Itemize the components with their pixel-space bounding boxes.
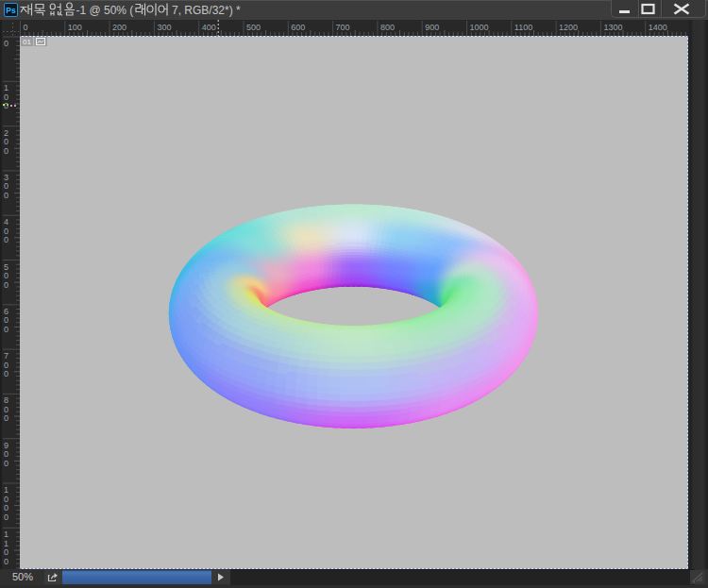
svg-text:400: 400: [202, 23, 216, 32]
svg-text:0: 0: [4, 146, 8, 156]
svg-text:2: 2: [4, 128, 8, 138]
svg-text:7, RGB/32*) *: 7, RGB/32*) *: [172, 4, 241, 17]
svg-text:0: 0: [4, 271, 8, 280]
svg-text:0: 0: [4, 413, 8, 423]
svg-text:600: 600: [291, 23, 305, 32]
svg-text:5: 5: [4, 262, 8, 272]
svg-text:0: 0: [4, 459, 8, 468]
svg-text:900: 900: [425, 23, 439, 32]
svg-text:0: 0: [4, 449, 8, 459]
svg-text:0: 0: [4, 503, 8, 512]
svg-text:0: 0: [4, 92, 8, 102]
svg-text:6: 6: [4, 307, 8, 316]
svg-text:0: 0: [4, 181, 8, 191]
svg-text:0: 0: [4, 137, 8, 146]
svg-text:8: 8: [4, 395, 8, 405]
svg-text:1200: 1200: [559, 23, 578, 32]
svg-text:0: 0: [4, 191, 8, 200]
svg-text:0: 0: [4, 227, 8, 236]
svg-text:1: 1: [4, 539, 8, 548]
svg-text:0: 0: [4, 547, 8, 557]
svg-text:3: 3: [4, 173, 8, 182]
svg-text:0: 0: [4, 495, 8, 504]
svg-text:-1 @ 50% (: -1 @ 50% (: [76, 4, 134, 17]
svg-text:0: 0: [4, 235, 8, 244]
svg-text:1100: 1100: [514, 23, 532, 32]
svg-text:0: 0: [4, 512, 8, 522]
svg-text:0: 0: [4, 315, 8, 325]
svg-text:7: 7: [4, 351, 8, 361]
svg-text:0: 0: [4, 557, 8, 566]
svg-text:700: 700: [336, 23, 350, 32]
svg-text:0: 0: [4, 369, 8, 378]
svg-text:4: 4: [4, 217, 8, 227]
svg-text:0: 0: [4, 101, 8, 110]
svg-text:500: 500: [246, 23, 261, 32]
svg-text:9: 9: [4, 441, 8, 450]
svg-text:1300: 1300: [603, 23, 622, 32]
svg-text:01: 01: [23, 38, 31, 46]
svg-text:200: 200: [112, 23, 126, 32]
svg-text:0: 0: [4, 405, 8, 414]
svg-text:0: 0: [4, 39, 8, 48]
svg-text:0: 0: [4, 325, 8, 334]
svg-text:0: 0: [24, 23, 28, 32]
svg-text:100: 100: [68, 23, 82, 32]
svg-text:1: 1: [4, 529, 8, 539]
svg-text:1: 1: [4, 485, 8, 495]
svg-text:0: 0: [4, 361, 8, 370]
svg-text:0: 0: [4, 280, 8, 290]
svg-text:1: 1: [4, 83, 8, 92]
svg-text:300: 300: [157, 23, 171, 32]
svg-text:1400: 1400: [649, 23, 667, 32]
svg-text:800: 800: [380, 23, 395, 32]
svg-text:1000: 1000: [470, 23, 489, 32]
